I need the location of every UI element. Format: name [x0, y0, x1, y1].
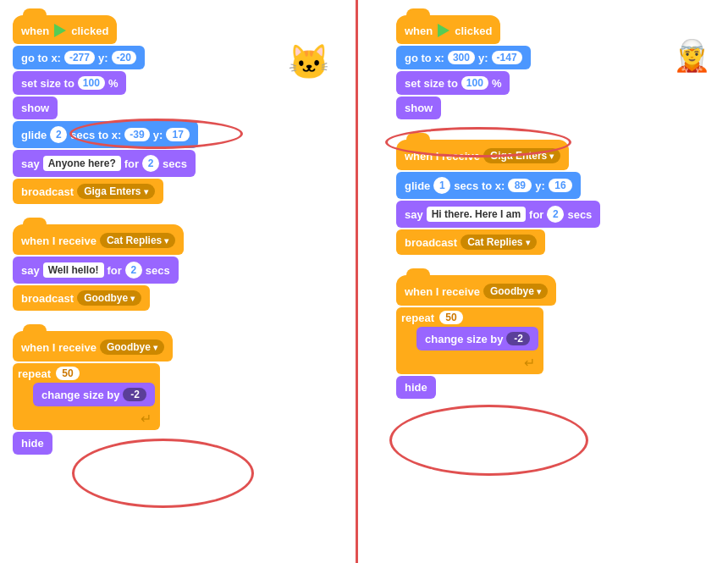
change-size-val-right[interactable]: -2 — [506, 332, 530, 345]
when-receive-goodbye-left[interactable]: when I receive Goodbye — [13, 331, 173, 362]
right-column: 🧝 when clicked go to x: 300 y: -147 set … — [358, 0, 728, 563]
y-val-right[interactable]: -147 — [492, 51, 522, 64]
loop-arrow-right: ↵ — [401, 355, 538, 371]
broadcast-goodbye-left[interactable]: broadcast Goodbye — [13, 285, 150, 311]
broadcast-dropdown-right2[interactable]: Cat Replies — [461, 235, 536, 250]
right-group3: when I receive Goodbye repeat 50 change … — [396, 275, 556, 400]
glide-secs-right[interactable]: 1 — [433, 177, 450, 194]
say-secs-left2[interactable]: 2 — [125, 262, 142, 279]
broadcast-giga-enters-left[interactable]: broadcast Giga Enters — [13, 179, 163, 204]
receive-dropdown-right2[interactable]: Giga Enters — [483, 148, 560, 163]
left-group1: when clicked go to x: -277 y: -20 set si… — [13, 15, 198, 206]
broadcast-cat-replies-right[interactable]: broadcast Cat Replies — [396, 229, 545, 255]
repeat-val-left[interactable]: 50 — [56, 367, 80, 380]
say-block-left2[interactable]: say Well hello! for 2 secs — [13, 257, 179, 284]
say-secs-right2[interactable]: 2 — [547, 206, 564, 223]
change-size-right[interactable]: change size by -2 — [416, 327, 538, 350]
giga-mascot: 🧝 — [673, 38, 711, 74]
broadcast-dropdown-left2[interactable]: Goodbye — [77, 290, 141, 306]
say-text-left1[interactable]: Anyone here? — [43, 156, 121, 171]
say-secs-left1[interactable]: 2 — [142, 155, 159, 172]
size-val-right[interactable]: 100 — [461, 76, 488, 90]
left-column: 🐱 when clicked go to x: -277 y: -20 set … — [0, 0, 356, 563]
repeat-block-right[interactable]: repeat 50 change size by -2 ↵ — [396, 307, 543, 374]
show-block-right1[interactable]: show — [396, 97, 441, 119]
repeat-val-right[interactable]: 50 — [439, 311, 463, 324]
when-receive-giga-right[interactable]: when I receive Giga Enters — [396, 140, 569, 170]
glide-y-right[interactable]: 16 — [549, 179, 572, 192]
receive-dropdown-left3[interactable]: Goodbye — [100, 339, 164, 355]
hide-block-left[interactable]: hide — [13, 432, 52, 455]
right-group1: when clicked go to x: 300 y: -147 set si… — [396, 15, 531, 121]
when-flag-clicked-left[interactable]: when clicked — [13, 15, 117, 44]
set-size-right[interactable]: set size to 100 % — [396, 71, 510, 95]
repeat-block-left[interactable]: repeat 50 change size by -2 ↵ — [13, 363, 160, 430]
left-group2: when I receive Cat Replies say Well hell… — [13, 224, 184, 312]
clicked-label-right: clicked — [455, 25, 492, 37]
hide-block-right[interactable]: hide — [396, 376, 436, 399]
glide-x-right[interactable]: 89 — [508, 179, 532, 192]
receive-dropdown-right3[interactable]: Goodbye — [483, 284, 548, 299]
glide-block-right[interactable]: glide 1 secs to x: 89 y: 16 — [396, 172, 581, 199]
clicked-label: clicked — [71, 25, 108, 37]
size-val-left[interactable]: 100 — [78, 76, 105, 90]
receive-dropdown-left2[interactable]: Cat Replies — [100, 233, 175, 248]
show-block-left1[interactable]: show — [13, 97, 58, 119]
right-group2: when I receive Giga Enters glide 1 secs … — [396, 140, 600, 257]
when-flag-clicked-right[interactable]: when clicked — [396, 15, 500, 44]
flag-icon-left — [54, 24, 66, 37]
goto-block-right[interactable]: go to x: 300 y: -147 — [396, 46, 531, 69]
say-text-right2[interactable]: Hi there. Here I am — [427, 207, 526, 222]
glide-block-left[interactable]: glide 2 secs to x: -39 y: 17 — [13, 121, 198, 148]
when-receive-goodbye-right[interactable]: when I receive Goodbye — [396, 275, 556, 306]
goto-block-left[interactable]: go to x: -277 y: -20 — [13, 46, 145, 69]
set-size-left[interactable]: set size to 100 % — [13, 71, 126, 95]
change-size-val-left[interactable]: -2 — [123, 388, 146, 401]
glide-x-left[interactable]: -39 — [124, 128, 149, 141]
x-val-left[interactable]: -277 — [64, 51, 95, 64]
loop-arrow-left: ↵ — [18, 411, 155, 427]
x-val-right[interactable]: 300 — [448, 51, 475, 64]
scratch-cat-mascot: 🐱 — [288, 42, 330, 82]
say-text-left2[interactable]: Well hello! — [43, 262, 104, 278]
left-group3: when I receive Goodbye repeat 50 change … — [13, 331, 173, 456]
glide-y-left[interactable]: 17 — [166, 128, 190, 141]
when-receive-cat-replies-left[interactable]: when I receive Cat Replies — [13, 224, 184, 255]
say-block-right2[interactable]: say Hi there. Here I am for 2 secs — [396, 201, 600, 228]
when-label: when — [21, 25, 49, 37]
y-val-left[interactable]: -20 — [112, 51, 136, 64]
broadcast-dropdown-left1[interactable]: Giga Enters — [77, 184, 154, 199]
flag-icon-right — [438, 24, 449, 37]
glide-secs-left[interactable]: 2 — [50, 126, 67, 143]
change-size-left[interactable]: change size by -2 — [33, 383, 155, 406]
say-block-left1[interactable]: say Anyone here? for 2 secs — [13, 150, 196, 177]
when-label-right: when — [405, 25, 433, 37]
